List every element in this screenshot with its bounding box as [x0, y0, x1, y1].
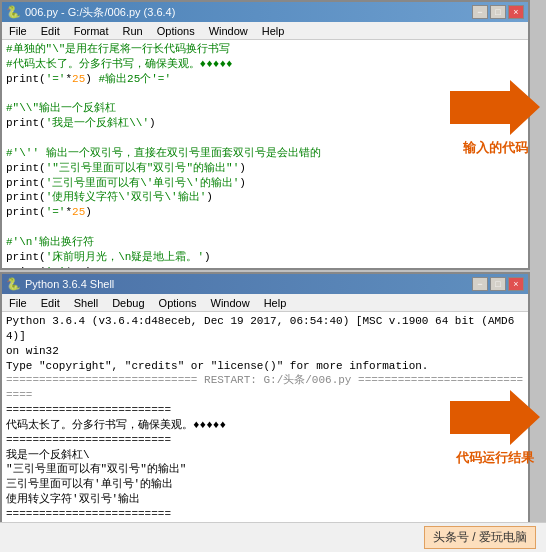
editor-menu-window[interactable]: Window: [206, 24, 251, 38]
input-code-annotation: 输入的代码: [450, 80, 540, 157]
shell-menu-window[interactable]: Window: [208, 296, 253, 310]
editor-menu-run[interactable]: Run: [120, 24, 146, 38]
watermark: 头条号 / 爱玩电脑: [424, 526, 536, 549]
svg-marker-1: [450, 390, 540, 445]
run-result-label: 代码运行结果: [456, 449, 534, 467]
shell-menu-edit[interactable]: Edit: [38, 296, 63, 310]
editor-menu-edit[interactable]: Edit: [38, 24, 63, 38]
bottom-bar: 头条号 / 爱玩电脑: [0, 522, 546, 552]
shell-menu-help[interactable]: Help: [261, 296, 290, 310]
shell-maximize-button[interactable]: □: [490, 277, 506, 291]
shell-icon: 🐍: [6, 277, 21, 291]
shell-close-button[interactable]: ×: [508, 277, 524, 291]
shell-menu-options[interactable]: Options: [156, 296, 200, 310]
editor-menu-bar: File Edit Format Run Options Window Help: [2, 22, 528, 40]
run-result-arrow-icon: [450, 390, 540, 445]
shell-menu-bar: File Edit Shell Debug Options Window Hel…: [2, 294, 528, 312]
editor-close-button[interactable]: ×: [508, 5, 524, 19]
editor-title: 006.py - G:/头条/006.py (3.6.4): [25, 5, 175, 20]
editor-minimize-button[interactable]: −: [472, 5, 488, 19]
editor-maximize-button[interactable]: □: [490, 5, 506, 19]
shell-output: Python 3.6.4 (v3.6.4:d48eceb, Dec 19 201…: [6, 314, 524, 550]
editor-icon: 🐍: [6, 5, 21, 19]
editor-menu-help[interactable]: Help: [259, 24, 288, 38]
shell-title-buttons: − □ ×: [472, 277, 524, 291]
shell-title: Python 3.6.4 Shell: [25, 278, 114, 290]
editor-title-bar: 🐍 006.py - G:/头条/006.py (3.6.4) − □ ×: [2, 2, 528, 22]
svg-marker-0: [450, 80, 540, 135]
shell-menu-file[interactable]: File: [6, 296, 30, 310]
shell-menu-shell[interactable]: Shell: [71, 296, 101, 310]
run-result-annotation: 代码运行结果: [450, 390, 540, 467]
editor-title-left: 🐍 006.py - G:/头条/006.py (3.6.4): [6, 5, 175, 20]
editor-menu-file[interactable]: File: [6, 24, 30, 38]
shell-title-bar: 🐍 Python 3.6.4 Shell − □ ×: [2, 274, 528, 294]
input-arrow-icon: [450, 80, 540, 135]
shell-minimize-button[interactable]: −: [472, 277, 488, 291]
input-code-label: 输入的代码: [463, 139, 528, 157]
editor-menu-options[interactable]: Options: [154, 24, 198, 38]
editor-title-buttons: − □ ×: [472, 5, 524, 19]
shell-title-left: 🐍 Python 3.6.4 Shell: [6, 277, 114, 291]
editor-menu-format[interactable]: Format: [71, 24, 112, 38]
shell-menu-debug[interactable]: Debug: [109, 296, 147, 310]
editor-code: #单独的"\"是用在行尾将一行长代码换行书写 #代码太长了。分多行书写，确保美观…: [6, 42, 524, 268]
